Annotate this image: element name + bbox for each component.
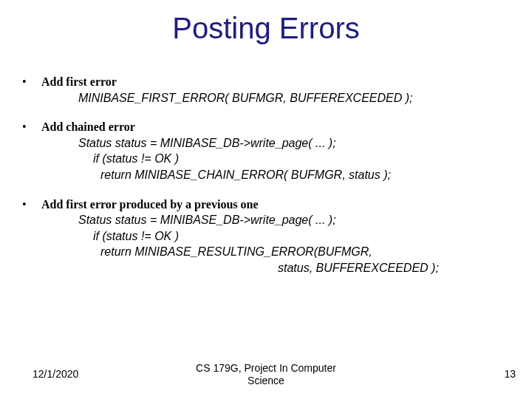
bullet-heading: Add chained error [41,119,510,135]
code-line: status, BUFFEREXCEEDED ); [278,260,510,276]
bullet-dot-icon: • [22,197,37,213]
code-line: if (status != OK ) [93,151,510,167]
code-line: MINIBASE_FIRST_ERROR( BUFMGR, BUFFEREXCE… [78,90,510,106]
bullet-heading: Add first error [41,74,510,90]
code-line: Status status = MINIBASE_DB->write_page(… [78,135,510,151]
code-line: return MINIBASE_RESULTING_ERROR(BUFMGR, [100,244,510,260]
slide: Posting Errors • Add first error MINIBAS… [0,0,532,399]
slide-title: Posting Errors [0,12,532,45]
bullet-content: Add first error produced by a previous o… [41,197,510,276]
code-line: return MINIBASE_CHAIN_ERROR( BUFMGR, sta… [100,167,510,183]
slide-body: • Add first error MINIBASE_FIRST_ERROR( … [22,74,510,290]
bullet-heading: Add first error produced by a previous o… [41,197,510,213]
bullet-item: • Add first error produced by a previous… [22,197,510,276]
code-line: Status status = MINIBASE_DB->write_page(… [78,212,510,228]
bullet-content: Add first error MINIBASE_FIRST_ERROR( BU… [41,74,510,106]
code-line: if (status != OK ) [93,228,510,245]
bullet-dot-icon: • [22,74,37,90]
bullet-content: Add chained error Status status = MINIBA… [41,119,510,183]
bullet-item: • Add first error MINIBASE_FIRST_ERROR( … [22,74,510,106]
bullet-dot-icon: • [22,119,37,135]
footer-page-number: 13 [504,368,516,380]
bullet-item: • Add chained error Status status = MINI… [22,119,510,183]
footer-center: CS 179G, Project In Computer Science [0,362,532,387]
